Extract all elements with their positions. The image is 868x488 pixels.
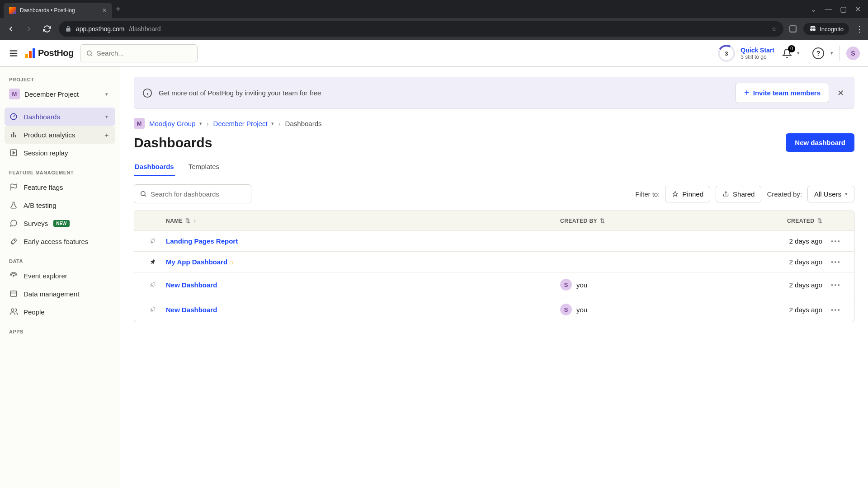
sidebar-item-label: People [24,308,45,316]
chevron-down-icon: ▾ [845,191,848,197]
creator-avatar: S [560,304,572,315]
url-path: /dashboard [129,25,160,33]
pin-icon [672,191,679,197]
creator-avatar: S [560,279,572,291]
created-cell: 2 days ago [732,281,822,289]
pin-toggle[interactable] [139,238,166,245]
help-button[interactable]: ? [812,47,824,59]
row-actions-button[interactable]: ••• [822,306,849,314]
sidebar-item-label: Data management [24,290,79,298]
svg-point-2 [813,28,816,31]
col-created[interactable]: CREATED ⇅ [732,217,822,224]
svg-rect-9 [11,134,12,138]
dashboard-link[interactable]: New Dashboard [166,281,217,289]
col-created-by[interactable]: CREATED BY ⇅ [560,217,732,224]
close-tab-icon[interactable]: ✕ [102,7,107,14]
sidebar-item-early-access-features[interactable]: Early access features [5,232,115,250]
org-badge: M [134,118,145,129]
sidebar-item-surveys[interactable]: SurveysNEW [5,214,115,232]
invite-team-button[interactable]: + Invite team members [736,83,829,103]
quickstart-widget[interactable]: 3 Quick Start 3 still to go [718,45,774,62]
reload-button[interactable] [41,23,53,35]
chevron-down-icon[interactable]: ⌄ [811,5,816,14]
pin-toggle[interactable] [139,281,166,288]
bars-icon [9,130,18,139]
row-actions-button[interactable]: ••• [822,237,849,245]
filter-created-by[interactable]: All Users ▾ [807,186,854,202]
global-search[interactable] [80,44,198,62]
row-actions-button[interactable]: ••• [822,281,849,289]
menu-toggle-button[interactable] [8,48,19,59]
search-input[interactable] [97,49,192,57]
notifications-button[interactable]: 0 ▾ [781,47,793,60]
banner-close-button[interactable]: ✕ [835,86,846,100]
incognito-icon [809,25,817,33]
dashboard-search[interactable] [134,184,251,203]
tab-dashboards[interactable]: Dashboards [134,158,175,176]
new-dashboard-button[interactable]: New dashboard [786,133,854,152]
sidebar-item-session-replay[interactable]: Session replay [5,144,115,162]
sidebar-item-label: Dashboards [24,113,60,121]
svg-rect-10 [13,132,14,137]
filter-shared[interactable]: Shared [716,186,761,202]
browser-tab[interactable]: Dashboards • PostHog ✕ [4,3,112,18]
live-icon [9,271,18,280]
home-icon: ⌂ [229,258,233,266]
tab-templates[interactable]: Templates [188,158,220,176]
creator-label: you [576,281,587,289]
sidebar-item-product-analytics[interactable]: Product analytics+ [5,126,115,144]
filter-pinned[interactable]: Pinned [665,186,710,202]
sidebar-item-dashboards[interactable]: Dashboards▾ [5,108,115,126]
people-icon [9,307,18,316]
sort-icon: ⇅ [817,217,823,224]
browser-menu-icon[interactable]: ⋮ [855,24,863,34]
sort-icon: ⇅ [600,217,605,224]
sidebar-section-project: PROJECT [5,73,115,85]
breadcrumb-org[interactable]: Moodjoy Group ▾ [149,120,202,127]
url-bar[interactable]: app.posthog.com/dashboard ☆ [59,21,783,37]
dashboard-link[interactable]: New Dashboard [166,306,217,314]
breadcrumb-project[interactable]: December Project ▾ [213,120,274,127]
quickstart-title: Quick Start [741,47,774,54]
incognito-badge[interactable]: Incognito [803,23,849,35]
chevron-right-icon: › [207,120,209,127]
sidebar-item-event-explorer[interactable]: Event explorer [5,267,115,285]
project-selector[interactable]: M December Project ▾ [5,85,115,103]
dashboard-search-input[interactable] [151,190,245,198]
minimize-icon[interactable]: — [825,5,832,14]
svg-rect-15 [10,291,17,296]
sidebar-item-a-b-testing[interactable]: A/B testing [5,196,115,214]
logo[interactable]: PostHog [25,48,74,58]
sidebar-item-people[interactable]: People [5,303,115,321]
filter-created-by-value: All Users [814,190,841,198]
svg-line-22 [145,195,146,197]
page-title: Dashboards [134,135,212,150]
pin-toggle[interactable] [139,258,166,266]
share-icon [722,191,729,197]
sidebar-section-apps: APPS [5,325,115,337]
col-name[interactable]: NAME ⇅ ↑ [166,217,560,224]
plus-icon[interactable]: + [103,131,111,139]
sidebar-item-data-management[interactable]: Data management [5,285,115,303]
dashboards-table: NAME ⇅ ↑ CREATED BY ⇅ CREATED ⇅ Landing … [134,211,854,322]
dashboard-link[interactable]: Landing Pages Report [166,237,238,245]
maximize-icon[interactable]: ▢ [840,5,847,14]
table-row: New DashboardSyou2 days ago••• [134,297,854,322]
back-button[interactable] [5,23,17,35]
star-icon[interactable]: ☆ [771,25,777,33]
row-actions-button[interactable]: ••• [822,258,849,266]
dashboard-link[interactable]: My App Dashboard [166,258,227,266]
tabs: DashboardsTemplates [134,158,854,176]
svg-point-13 [14,240,15,241]
extensions-icon[interactable] [789,25,797,33]
forward-button[interactable] [23,23,35,35]
user-avatar[interactable]: S [846,47,860,60]
sort-icon: ⇅ [185,217,191,224]
play-icon [9,148,18,157]
table-row: Landing Pages Report2 days ago••• [134,230,854,251]
url-host: app.posthog.com [76,25,124,33]
new-tab-button[interactable]: + [116,5,121,14]
pin-toggle[interactable] [139,306,166,313]
sidebar-item-feature-flags[interactable]: Feature flags [5,178,115,196]
close-window-icon[interactable]: ✕ [855,5,861,14]
